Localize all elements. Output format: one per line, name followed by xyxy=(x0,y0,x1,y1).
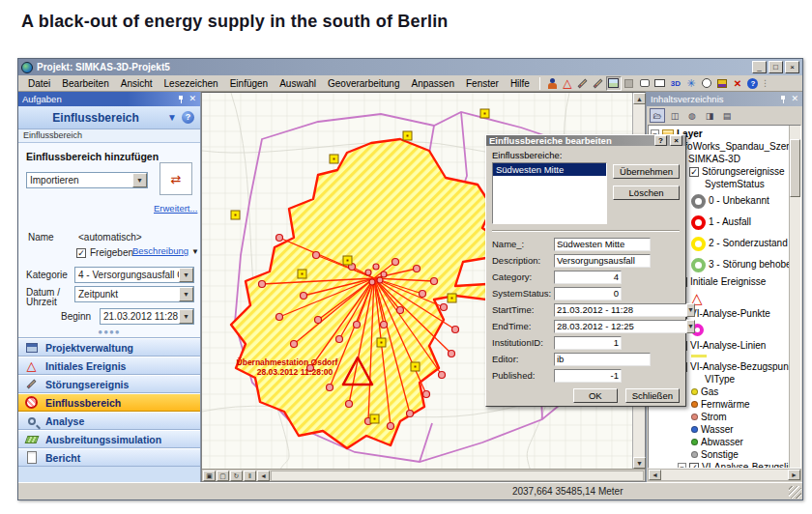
menu-auswahl[interactable]: Auswahl xyxy=(274,76,322,91)
zeitpunkt-select[interactable]: Zeitpunkt ▼ xyxy=(74,286,194,302)
pin-icon[interactable] xyxy=(779,96,787,103)
dialog-close-icon[interactable]: × xyxy=(670,135,682,146)
chevron-down-icon[interactable]: ▼ xyxy=(167,112,177,123)
apply-button[interactable]: Übernehmen xyxy=(613,164,680,179)
systemstatus-field[interactable] xyxy=(554,287,622,300)
menu-geoverarbeitung[interactable]: Geoverarbeitung xyxy=(322,76,406,91)
callout-icon[interactable] xyxy=(637,76,652,91)
scroll-right-icon[interactable]: ► xyxy=(788,470,800,480)
warning-triangle-icon[interactable]: △ xyxy=(560,76,575,91)
dropdown-arrow-icon[interactable]: ▼ xyxy=(686,303,695,317)
menu-bearbeiten[interactable]: Bearbeiten xyxy=(56,76,114,91)
pin-icon[interactable] xyxy=(177,96,185,103)
save-palette-icon[interactable] xyxy=(714,76,730,91)
toc-vertical-scrollbar[interactable] xyxy=(789,126,800,468)
areas-listbox[interactable]: Südwesten Mitte xyxy=(492,162,607,224)
menu-datei[interactable]: Datei xyxy=(22,76,56,91)
menu-hilfe[interactable]: Hilfe xyxy=(505,76,536,91)
map-frame-icon[interactable] xyxy=(606,76,622,91)
map-horizontal-scrollbar[interactable] xyxy=(271,471,644,481)
nav-einflussbereich[interactable]: Einflussbereich xyxy=(18,393,200,412)
nav-analyse[interactable]: Analyse xyxy=(18,412,200,430)
freigeben-checkbox[interactable]: ✓ xyxy=(76,248,86,258)
nav-initiales-ereignis[interactable]: △ Initiales Ereignis xyxy=(18,357,200,375)
area-list-item[interactable]: Südwesten Mitte xyxy=(493,163,606,176)
nav-ausbreitungssimulation[interactable]: Ausbreitungssimulation xyxy=(18,430,200,448)
panel-splitter[interactable]: ●●●● xyxy=(98,328,120,336)
close-button[interactable]: × xyxy=(785,61,799,73)
menu-ansicht[interactable]: Ansicht xyxy=(115,76,159,91)
nav-bericht[interactable]: Bericht xyxy=(18,448,200,467)
nav-projektverwaltung[interactable]: Projektverwaltung xyxy=(18,338,200,357)
kategorie-select[interactable]: 4 - Versorgungsausfall Gas ▼ xyxy=(74,267,194,283)
beschreibung-arrow-icon[interactable]: ▼ xyxy=(191,247,199,256)
dropdown-arrow-icon[interactable]: ▼ xyxy=(179,309,193,324)
beschreibung-link[interactable]: Beschreibung xyxy=(132,245,188,256)
scroll-left-icon[interactable]: ◄ xyxy=(257,471,270,481)
3d-mode-icon[interactable]: 3D xyxy=(668,76,683,91)
kategorie-value: 4 - Versorgungsausfall Gas xyxy=(75,270,179,280)
pause-draw-icon[interactable]: ‖ xyxy=(244,471,256,481)
minimize-button[interactable]: _ xyxy=(752,61,767,73)
pencil-icon xyxy=(24,377,39,391)
menu-anpassen[interactable]: Anpassen xyxy=(405,76,459,91)
institutionid-field[interactable] xyxy=(554,336,622,350)
list-by-visibility-icon[interactable]: ◍ xyxy=(684,108,700,123)
scroll-down-icon[interactable]: ▼ xyxy=(633,457,646,469)
resize-grip[interactable] xyxy=(789,486,801,499)
maximize-button[interactable]: □ xyxy=(768,61,783,73)
import-method-select[interactable]: Importieren ▼ xyxy=(26,172,148,188)
collapse-icon[interactable]: − xyxy=(678,463,686,469)
dialog-help-icon[interactable]: ? xyxy=(654,135,667,146)
delete-button[interactable]: Löschen xyxy=(613,186,680,200)
history-clock-icon[interactable] xyxy=(699,76,714,91)
checkbox-checked[interactable]: ✓ xyxy=(689,463,699,470)
remove-layer-icon[interactable]: ✕ xyxy=(730,76,745,91)
toc-horizontal-scrollbar[interactable]: ◄ ► xyxy=(648,469,801,481)
close-panel-icon[interactable]: ✕ xyxy=(791,95,798,103)
dropdown-arrow-icon[interactable]: ▼ xyxy=(179,268,193,282)
menu-einfuegen[interactable]: Einfügen xyxy=(224,76,274,91)
dropdown-arrow-icon[interactable]: ▼ xyxy=(132,173,147,187)
edit-event-icon[interactable] xyxy=(575,76,591,91)
description-field[interactable] xyxy=(554,254,651,268)
viewport-icon[interactable] xyxy=(652,76,668,91)
published-field[interactable] xyxy=(554,369,622,383)
editor-field[interactable] xyxy=(554,353,651,366)
close-button-dialog[interactable]: Schließen xyxy=(625,388,680,403)
help-circle-icon[interactable]: ? xyxy=(182,111,194,124)
data-view-icon[interactable]: ▣ xyxy=(203,471,216,481)
dropdown-arrow-icon[interactable]: ▼ xyxy=(686,320,695,333)
dropdown-arrow-icon[interactable]: ▼ xyxy=(179,287,193,301)
map-view[interactable]: Übernahmestation Osdorf 28.03.2012 11:28… xyxy=(201,92,646,482)
options-icon[interactable]: ▤ xyxy=(719,108,735,123)
layout-view-icon[interactable]: ▢ xyxy=(217,471,229,481)
advanced-link[interactable]: Erweitert... xyxy=(154,203,197,214)
menu-fenster[interactable]: Fenster xyxy=(460,76,505,91)
list-by-source-icon[interactable]: ◫ xyxy=(667,108,682,123)
close-panel-icon[interactable]: ✕ xyxy=(188,95,196,103)
scrollbar-thumb[interactable] xyxy=(790,139,800,197)
category-field[interactable] xyxy=(554,271,622,284)
menu-lesezeichen[interactable]: Lesezeichen xyxy=(159,76,224,91)
checkbox-checked[interactable]: ✓ xyxy=(689,167,699,177)
name-field[interactable] xyxy=(554,238,651,251)
dialog-titlebar[interactable]: Einflussbereiche bearbeiten ? × xyxy=(486,135,685,146)
ok-button[interactable]: OK xyxy=(573,388,618,403)
help-icon[interactable]: ? xyxy=(745,76,761,91)
edit-area-icon[interactable] xyxy=(591,76,606,91)
refresh-icon[interactable]: ↻ xyxy=(230,471,243,481)
starttime-field[interactable] xyxy=(554,303,686,317)
endtime-field[interactable] xyxy=(554,320,686,333)
nav-stoerungsereignis[interactable]: Störungsereignis xyxy=(18,375,200,393)
tree-item-vi-analyse-bezugslinien[interactable]: − ✓ VI-Analyse-Bezugslinien xyxy=(651,461,788,469)
gear-icon[interactable]: ✳ xyxy=(683,76,699,91)
list-by-selection-icon[interactable]: ◨ xyxy=(702,108,717,123)
scroll-up-icon[interactable]: ▲ xyxy=(633,93,646,104)
green-ring-icon xyxy=(691,258,706,272)
scroll-left-icon[interactable]: ◄ xyxy=(649,470,661,480)
dialog-separator xyxy=(492,230,680,232)
person-icon[interactable] xyxy=(544,76,560,91)
list-by-drawing-order-icon[interactable]: 🗁 xyxy=(650,108,665,123)
beginn-date-select[interactable]: 21.03.2012 11:28 ▼ xyxy=(100,308,194,325)
